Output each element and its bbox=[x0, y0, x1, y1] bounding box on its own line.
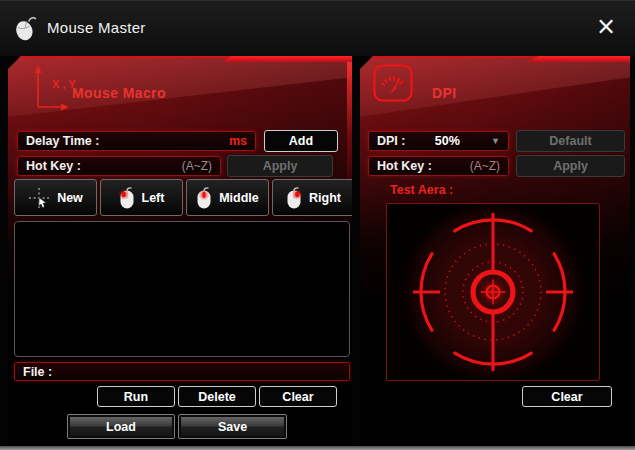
record-right-click-button[interactable]: Right bbox=[272, 179, 355, 216]
window-bottom-edge bbox=[0, 446, 635, 450]
macro-list[interactable] bbox=[14, 221, 350, 357]
dpi-select-value: 50% bbox=[405, 134, 489, 148]
new-macro-label: New bbox=[57, 191, 83, 205]
file-label: File : bbox=[23, 365, 52, 379]
delay-time-field: Delay Time : ms bbox=[17, 131, 256, 151]
new-macro-button[interactable]: New bbox=[14, 179, 97, 216]
new-cursor-icon bbox=[28, 187, 50, 209]
add-button[interactable]: Add bbox=[264, 130, 338, 152]
dpi-select[interactable]: DPI : 50% ▼ bbox=[368, 131, 509, 151]
save-button-label: Save bbox=[181, 417, 284, 436]
record-right-label: Right bbox=[309, 191, 341, 205]
macro-panel-title: Mouse Macro bbox=[72, 85, 166, 101]
app-title: Mouse Master bbox=[47, 19, 146, 36]
delete-button[interactable]: Delete bbox=[178, 386, 256, 407]
load-button[interactable]: Load bbox=[67, 414, 175, 439]
dpi-gauge-icon bbox=[373, 64, 413, 102]
macro-hotkey-hint: (A~Z) bbox=[182, 159, 212, 173]
dpi-hotkey-input[interactable] bbox=[432, 159, 470, 173]
dpi-hotkey-label: Hot Key : bbox=[377, 159, 432, 173]
dpi-test-area[interactable] bbox=[386, 203, 600, 381]
record-middle-click-button[interactable]: Middle bbox=[186, 179, 269, 216]
dpi-hotkey-hint: (A~Z) bbox=[470, 159, 500, 173]
delay-time-unit: ms bbox=[229, 134, 247, 148]
crosshair-target-icon bbox=[387, 204, 599, 380]
test-area-label: Test Aera : bbox=[390, 183, 453, 197]
file-field: File : bbox=[14, 362, 350, 381]
macro-apply-button[interactable]: Apply bbox=[227, 155, 333, 177]
dpi-clear-button[interactable]: Clear bbox=[522, 386, 612, 407]
record-left-label: Left bbox=[142, 191, 165, 205]
save-button[interactable]: Save bbox=[178, 414, 287, 439]
dpi-panel-title: DPI bbox=[432, 85, 457, 101]
panel-top-accent bbox=[360, 56, 630, 58]
close-icon[interactable]: × bbox=[589, 7, 623, 47]
delay-time-label: Delay Time : bbox=[26, 134, 99, 148]
file-input[interactable] bbox=[52, 365, 341, 379]
delay-time-input[interactable] bbox=[99, 134, 229, 148]
mouse-middle-icon bbox=[196, 186, 212, 210]
default-button[interactable]: Default bbox=[516, 130, 625, 152]
macro-hotkey-field: Hot Key : (A~Z) bbox=[17, 156, 221, 176]
load-button-label: Load bbox=[70, 417, 172, 436]
run-button[interactable]: Run bbox=[97, 386, 175, 407]
record-left-click-button[interactable]: Left bbox=[100, 179, 183, 216]
mouse-right-icon bbox=[286, 186, 302, 210]
dpi-apply-button[interactable]: Apply bbox=[516, 155, 625, 177]
mouse-master-window: Mouse Master × X , Y Mouse Macro Delay T… bbox=[0, 0, 635, 450]
dpi-select-label: DPI : bbox=[377, 134, 405, 148]
mouse-left-icon bbox=[119, 186, 135, 210]
dpi-hotkey-field: Hot Key : (A~Z) bbox=[368, 156, 509, 176]
macro-hotkey-label: Hot Key : bbox=[26, 159, 81, 173]
panel-top-accent bbox=[8, 56, 352, 58]
mouse-icon bbox=[12, 14, 40, 42]
record-middle-label: Middle bbox=[219, 191, 259, 205]
title-bar: Mouse Master × bbox=[0, 1, 635, 56]
macro-hotkey-input[interactable] bbox=[81, 159, 182, 173]
chevron-down-icon[interactable]: ▼ bbox=[491, 136, 500, 146]
mouse-macro-panel: X , Y Mouse Macro Delay Time : ms Add Ho… bbox=[8, 56, 352, 447]
macro-clear-button[interactable]: Clear bbox=[259, 386, 337, 407]
dpi-panel: DPI DPI : 50% ▼ Default Hot Key : (A~Z) … bbox=[360, 56, 630, 447]
